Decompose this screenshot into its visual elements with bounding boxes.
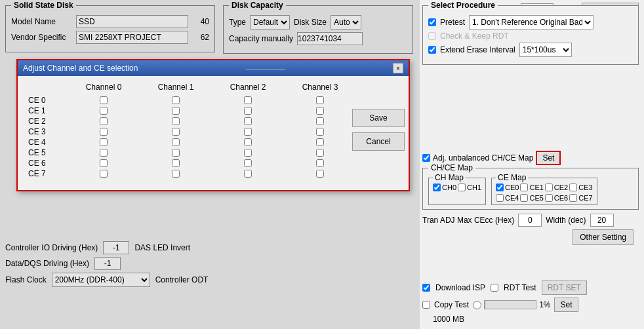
check-keep-rdt-checkbox[interactable] [428, 32, 436, 40]
ce0-ch2-checkbox[interactable] [244, 96, 252, 104]
ce7-ch3-checkbox[interactable] [316, 170, 324, 178]
ce1-map-checkbox[interactable] [520, 184, 528, 191]
select-procedure-title: Select Procedure [428, 1, 498, 10]
download-row: Download ISP RDT Test RDT SET [422, 281, 639, 295]
ce-row-1: CE 1 [28, 106, 398, 115]
ce-2-checkboxes [68, 117, 356, 125]
modal-dialog: Adjust Channel and CE selection —————— ×… [16, 59, 410, 191]
ce-7-label: CE 7 [28, 169, 68, 178]
copy-set-button[interactable]: Set [554, 298, 578, 312]
ce-2-label: CE 2 [28, 117, 68, 126]
ce3-ch2-checkbox[interactable] [244, 128, 252, 136]
ce7-map-checkbox[interactable] [569, 194, 577, 202]
tran-input[interactable] [518, 214, 542, 227]
modal-cancel-button[interactable]: Cancel [352, 132, 405, 151]
ce5-map-checkbox[interactable] [520, 194, 528, 202]
ce7-ch0-checkbox[interactable] [100, 170, 108, 178]
ce-row-3: CE 3 [28, 127, 398, 136]
ce1-ch0-checkbox[interactable] [100, 107, 108, 115]
copy-radio[interactable] [473, 301, 481, 309]
ch0-checkbox[interactable] [433, 184, 441, 191]
set-button[interactable]: Set [536, 151, 561, 165]
modal-title-bar: Adjust Channel and CE selection —————— × [18, 60, 409, 76]
pretest-label: Pretest [440, 18, 465, 27]
ce6-ch1-checkbox[interactable] [172, 159, 180, 167]
ce3-ch3-checkbox[interactable] [316, 128, 324, 136]
ce0-ch0-checkbox[interactable] [100, 96, 108, 104]
extend-erase-select[interactable]: 15*100us [519, 43, 572, 57]
ce6-map-checkbox[interactable] [545, 194, 553, 202]
chce-map-group: CH/CE Map CH Map CH0 CH1 [422, 168, 639, 210]
ch1-checkbox[interactable] [458, 184, 466, 191]
ce2-map-checkbox[interactable] [545, 184, 553, 191]
ce2-ch2-checkbox[interactable] [244, 117, 252, 125]
ce-5-label: CE 5 [28, 148, 68, 157]
ce-5-checkboxes [68, 149, 356, 157]
download-isp-checkbox[interactable] [422, 284, 430, 292]
progress-fill [485, 301, 485, 309]
copy-test-checkbox[interactable] [422, 301, 430, 309]
pretest-row: Pretest 1. Don't Reference Original Bad [428, 15, 633, 29]
ce2-ch0-checkbox[interactable] [100, 117, 108, 125]
pretest-select[interactable]: 1. Don't Reference Original Bad [469, 15, 594, 29]
ce5-ch0-checkbox[interactable] [100, 149, 108, 157]
ce5-ch3-checkbox[interactable] [316, 149, 324, 157]
channel-0-header: Channel 0 [68, 83, 140, 92]
ce-0-checkboxes [68, 96, 356, 104]
ce7-map-item: CE7 [569, 194, 592, 202]
ce6-ch0-checkbox[interactable] [100, 159, 108, 167]
ce-6-checkboxes [68, 159, 356, 167]
ce1-ch1-checkbox[interactable] [172, 107, 180, 115]
ce5-ch1-checkbox[interactable] [172, 149, 180, 157]
select-procedure-panel: Select Procedure Pretest 1. Don't Refere… [422, 5, 639, 65]
ch0-label: CH0 [442, 184, 456, 191]
ce4-ch0-checkbox[interactable] [100, 138, 108, 146]
ce-7-checkboxes [68, 170, 356, 178]
channel-header-row: Channel 0 Channel 1 Channel 2 Channel 3 [28, 83, 398, 92]
extend-erase-checkbox[interactable] [428, 46, 436, 54]
ch-map-title: CH Map [433, 173, 466, 182]
extend-erase-label: Extend Erase Interval [440, 45, 515, 54]
rdt-set-button[interactable]: RDT SET [542, 281, 587, 295]
ce6-map-label: CE6 [554, 194, 568, 202]
channel-2-header: Channel 2 [212, 83, 284, 92]
ce2-ch1-checkbox[interactable] [172, 117, 180, 125]
ce-row-5: CE 5 [28, 148, 398, 157]
ce-3-checkboxes [68, 128, 356, 136]
ce1-map-item: CE1 [520, 184, 543, 191]
ce7-ch2-checkbox[interactable] [244, 170, 252, 178]
ce5-ch2-checkbox[interactable] [244, 149, 252, 157]
ce4-ch3-checkbox[interactable] [316, 138, 324, 146]
pretest-checkbox[interactable] [428, 18, 436, 26]
ce4-map-checkbox[interactable] [496, 194, 504, 202]
ce7-ch1-checkbox[interactable] [172, 170, 180, 178]
ch1-item: CH1 [458, 184, 481, 191]
ce6-ch3-checkbox[interactable] [316, 159, 324, 167]
copy-mb-label: 1000 MB [433, 315, 464, 324]
ce0-ch1-checkbox[interactable] [172, 96, 180, 104]
channel-1-header: Channel 1 [140, 83, 212, 92]
modal-subtitle: —————— [246, 65, 285, 72]
ce1-ch2-checkbox[interactable] [244, 107, 252, 115]
ce4-ch1-checkbox[interactable] [172, 138, 180, 146]
width-label: Width (dec) [546, 216, 586, 225]
select-procedure-group: Select Procedure Pretest 1. Don't Refere… [422, 5, 639, 65]
adj-checkbox[interactable] [422, 154, 430, 162]
ce0-ch3-checkbox[interactable] [316, 96, 324, 104]
modal-close-button[interactable]: × [393, 63, 403, 73]
ce3-map-checkbox[interactable] [569, 184, 577, 191]
tran-label: Tran ADJ Max CEcc (Hex) [422, 216, 514, 225]
tran-row: Tran ADJ Max CEcc (Hex) Width (dec) [422, 214, 639, 227]
ce4-ch2-checkbox[interactable] [244, 138, 252, 146]
ce2-ch3-checkbox[interactable] [316, 117, 324, 125]
other-setting-button[interactable]: Other Setting [573, 229, 634, 245]
width-input[interactable] [590, 214, 614, 227]
ce2-map-label: CE2 [554, 184, 568, 191]
ce0-map-checkbox[interactable] [496, 184, 504, 191]
ce3-ch1-checkbox[interactable] [172, 128, 180, 136]
modal-save-button[interactable]: Save [352, 109, 405, 127]
ce3-ch0-checkbox[interactable] [100, 128, 108, 136]
rdt-test-checkbox[interactable] [491, 284, 498, 292]
ce6-ch2-checkbox[interactable] [244, 159, 252, 167]
ce1-ch3-checkbox[interactable] [316, 107, 324, 115]
